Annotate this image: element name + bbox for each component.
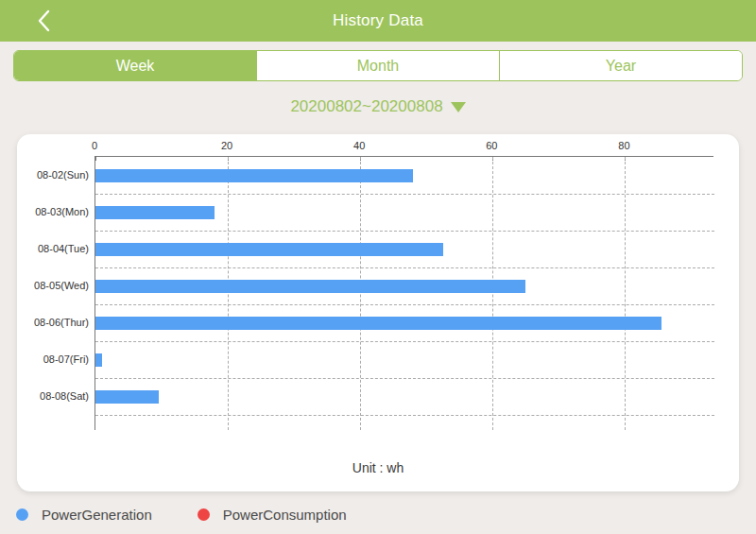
bar-powergeneration	[95, 390, 159, 404]
power-generation-dot-icon	[16, 508, 28, 521]
x-tick-label: 0	[92, 140, 97, 151]
back-button[interactable]	[26, 4, 60, 38]
legend-item-power-generation: PowerGeneration	[16, 507, 152, 523]
date-range-selector[interactable]: 20200802~20200808	[290, 97, 465, 116]
chevron-left-icon	[36, 9, 51, 33]
horizontal-gridline	[95, 194, 714, 195]
bar-powergeneration	[95, 169, 413, 182]
y-category-label: 08-08(Sat)	[40, 390, 89, 402]
chart-legend: PowerGeneration PowerConsumption	[16, 507, 347, 523]
history-data-screen: History Data Week Month Year 20200802~20…	[0, 0, 756, 534]
y-category-label: 08-06(Thur)	[34, 317, 89, 328]
y-category-label: 08-03(Mon)	[35, 206, 89, 217]
x-tick-label: 20	[221, 140, 232, 151]
y-category-label: 08-05(Wed)	[34, 280, 89, 291]
x-axis-labels: 020406080	[94, 140, 713, 154]
caret-down-icon	[451, 102, 466, 112]
horizontal-gridline	[95, 378, 714, 379]
tab-year[interactable]: Year	[499, 51, 742, 80]
page-title: History Data	[333, 11, 423, 30]
power-consumption-dot-icon	[198, 508, 210, 521]
bar-powergeneration	[95, 317, 662, 330]
vertical-gridline	[492, 157, 493, 430]
legend-item-power-consumption: PowerConsumption	[198, 507, 347, 523]
horizontal-gridline	[95, 231, 714, 232]
date-range-label: 20200802~20200808	[290, 97, 442, 116]
bar-powergeneration	[95, 243, 443, 256]
tab-week[interactable]: Week	[14, 51, 256, 80]
horizontal-gridline	[95, 341, 714, 342]
legend-label: PowerGeneration	[42, 507, 152, 523]
y-category-label: 08-07(Fri)	[43, 353, 89, 365]
y-category-label: 08-04(Tue)	[38, 243, 89, 254]
tab-month[interactable]: Month	[256, 51, 499, 80]
tab-bar: Week Month Year	[13, 50, 743, 81]
date-selector-row: 20200802~20200808	[0, 97, 756, 116]
bar-powergeneration	[95, 280, 525, 293]
x-tick-label: 80	[618, 140, 629, 151]
horizontal-gridline	[95, 267, 714, 268]
horizontal-gridline	[95, 415, 714, 416]
bar-powergeneration	[95, 206, 215, 219]
vertical-gridline	[625, 157, 626, 430]
y-axis-labels: 08-02(Sun)08-03(Mon)08-04(Tue)08-05(Wed)…	[17, 156, 89, 430]
y-category-label: 08-02(Sun)	[37, 169, 89, 181]
chart-card: 020406080 08-02(Sun)08-03(Mon)08-04(Tue)…	[17, 134, 739, 491]
unit-label: Unit : wh	[17, 460, 739, 475]
header: History Data	[0, 0, 756, 42]
bar-powergeneration	[95, 353, 102, 367]
x-tick-label: 60	[486, 140, 497, 151]
bar-chart-plot-area	[94, 156, 713, 430]
horizontal-gridline	[95, 304, 714, 305]
legend-label: PowerConsumption	[223, 507, 347, 523]
x-tick-label: 40	[353, 140, 365, 151]
vertical-gridline	[360, 157, 361, 430]
x-tick-mark	[95, 157, 96, 161]
vertical-gridline	[228, 157, 229, 430]
